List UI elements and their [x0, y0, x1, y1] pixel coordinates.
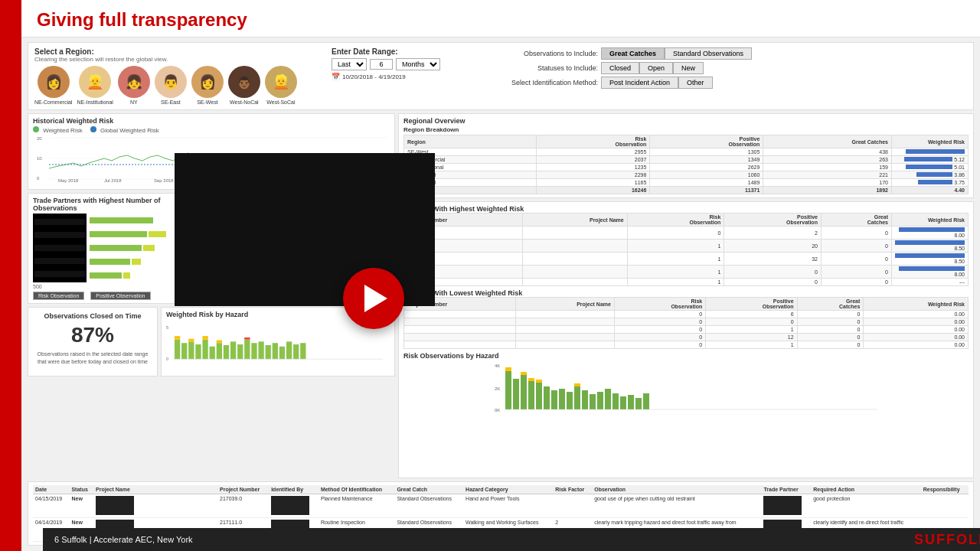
standard-obs-btn[interactable]: Standard Observations — [665, 47, 752, 60]
col-low-positive: PositiveObservation — [706, 298, 797, 311]
col-required-action: Required Action — [811, 485, 921, 494]
proj-weighted-cell: 8.50 — [892, 253, 969, 266]
pos-obs-legend-btn[interactable]: Positive Observation — [90, 292, 150, 300]
col-low-risk: RiskObservation — [614, 298, 705, 311]
svg-rect-16 — [175, 340, 180, 360]
avatar-west-socal[interactable]: 👱 West-SoCal — [265, 66, 297, 105]
statuses-row: Statuses to Include: Closed Open New — [491, 62, 967, 74]
identified-by-image — [271, 496, 309, 515]
project-lowest-row: 0 1 0 0.00 — [404, 341, 969, 349]
obs-to-include-label: Observations to Include: — [491, 50, 598, 57]
avatar-label-west-socal: West-SoCal — [266, 99, 295, 105]
avatar-label-west-nocal: West-NoCal — [230, 99, 259, 105]
avatar-ny[interactable]: 👧 NY — [118, 66, 150, 105]
region-table-row: NE-Commercial 2037 1349 263 5.12 — [404, 156, 969, 164]
col-proj-risk: RiskObservation — [627, 214, 724, 227]
low-weighted-cell: 0.00 — [864, 311, 969, 318]
avatar-se-east[interactable]: 👨 SE-East — [155, 66, 187, 105]
svg-rect-18 — [181, 343, 187, 359]
open-btn[interactable]: Open — [639, 62, 673, 74]
bt-identified-by — [269, 494, 318, 518]
svg-rect-61 — [597, 392, 603, 409]
other-btn[interactable]: Other — [678, 77, 713, 89]
period-type-select[interactable]: Last — [332, 58, 367, 70]
weighted-cell: 3.86 — [892, 171, 969, 179]
svg-text:Jul 2018: Jul 2018 — [104, 178, 122, 183]
low-risk-cell: 0 — [614, 311, 705, 318]
proj-great-cell: 0 — [821, 279, 891, 286]
proj-great-cell: 0 — [821, 253, 891, 266]
low-name-cell — [516, 318, 615, 326]
svg-text:0K: 0K — [495, 408, 500, 412]
low-great-cell: 0 — [797, 326, 864, 334]
risk-hazard-svg: 4K 2K 0K — [403, 360, 969, 421]
avatar-label-ny: NY — [130, 99, 138, 105]
svg-rect-58 — [574, 383, 580, 386]
proj-pos-cell: 20 — [724, 240, 822, 253]
proj-risk-cell: 1 — [627, 240, 724, 253]
dashboard: Select a Region: Clearing the selection … — [21, 37, 980, 550]
svg-rect-23 — [202, 336, 207, 340]
avatar-image-ne-commercial: 👩 — [38, 66, 70, 98]
svg-rect-27 — [224, 345, 229, 359]
great-cell: 170 — [763, 179, 892, 187]
region-label: Select a Region: — [34, 47, 325, 56]
avatar-ne-commercial[interactable]: 👩 NE-Commercial — [34, 66, 72, 105]
avatar-label-ne-institutional: NE-Institutional — [77, 99, 113, 105]
proj-name-cell — [523, 266, 628, 279]
svg-text:2K: 2K — [495, 386, 500, 391]
col-proj-positive: PositiveObservation — [724, 214, 822, 227]
proj-pos-cell: 0 — [724, 279, 822, 286]
low-pos-cell: 6 — [706, 311, 797, 318]
new-btn[interactable]: New — [673, 62, 704, 74]
svg-rect-65 — [628, 395, 634, 409]
period-unit-select[interactable]: Months — [396, 58, 440, 70]
project-highest-row: 0 2 0 8.00 — [404, 227, 969, 240]
col-proj-weighted: Weighted Risk — [892, 214, 969, 227]
svg-rect-37 — [286, 341, 292, 359]
svg-rect-60 — [590, 394, 596, 409]
project-highest-row: 1 0 0 8.00 — [404, 266, 969, 279]
post-incident-btn[interactable]: Post Incident Action — [601, 77, 678, 89]
region-table-row: Total 16246 11371 1892 4.40 — [404, 187, 969, 194]
obs-closed-percent: 87% — [34, 323, 151, 347]
avatar-se-west[interactable]: 👩 SE-West — [191, 66, 224, 105]
col-status: Status — [69, 485, 93, 494]
bt-date: 04/15/2019 — [33, 494, 69, 518]
avatar-row: 👩 NE-Commercial 👱 NE-Institutional 👧 NY … — [34, 66, 325, 105]
id-method-btn-group: Post Incident Action Other — [601, 77, 713, 89]
proj-name-cell — [523, 279, 628, 286]
avatar-ne-institutional[interactable]: 👱 NE-Institutional — [77, 66, 113, 105]
positive-cell: 1349 — [650, 156, 763, 164]
bt-required: good protection — [811, 494, 921, 518]
date-section-label: Enter Date Range: — [332, 47, 485, 56]
risk-cell: 1235 — [537, 164, 650, 171]
low-name-cell — [516, 334, 615, 341]
play-button[interactable] — [343, 268, 404, 329]
risk-obs-legend-btn[interactable]: Risk Observation — [33, 292, 84, 300]
closed-btn[interactable]: Closed — [601, 62, 639, 74]
svg-rect-32 — [251, 343, 256, 359]
great-catches-btn[interactable]: Great Catches — [601, 47, 665, 60]
risk-cell: 16246 — [537, 187, 650, 194]
weighted-risk-legend: Weighted Risk — [33, 126, 83, 134]
region-table-header: Region RiskObservation PositiveObservati… — [404, 135, 969, 148]
positive-cell: 1060 — [650, 171, 763, 179]
proj-risk-cell: 1 — [627, 253, 724, 266]
id-method-label: Select Identification Method: — [491, 79, 598, 86]
svg-rect-54 — [551, 390, 557, 409]
project-lowest-row: 0 1 0 0.00 — [404, 326, 969, 334]
low-pos-cell: 1 — [706, 341, 797, 349]
period-value-input[interactable] — [370, 59, 393, 70]
footer: 6 Suffolk | Accelerate AEC, New York SUF… — [43, 528, 980, 551]
project-lowest-row: 0 12 0 0.00 — [404, 334, 969, 341]
great-cell: 1892 — [763, 187, 892, 194]
low-great-cell: 0 — [797, 311, 864, 318]
svg-rect-62 — [605, 389, 611, 409]
project-highest-row: 1 0 0 --- — [404, 279, 969, 286]
low-name-cell — [516, 341, 615, 349]
avatar-label-se-east: SE-East — [161, 99, 181, 105]
obs-closed-title: Observations Closed on Time — [34, 312, 151, 320]
proj-pos-cell: 0 — [724, 266, 822, 279]
avatar-west-nocal[interactable]: 👨🏾 West-NoCal — [228, 66, 260, 105]
